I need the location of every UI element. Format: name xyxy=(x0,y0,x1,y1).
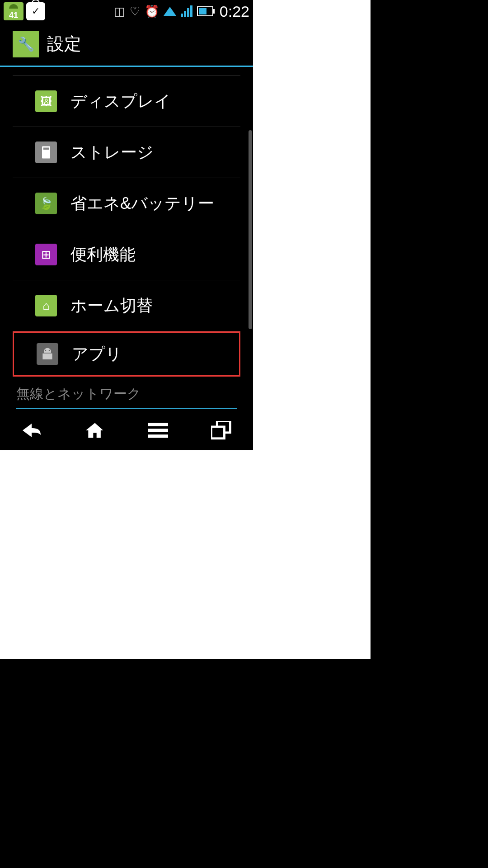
scrollbar[interactable] xyxy=(249,130,252,329)
battery-eco-icon: 🍃 xyxy=(35,193,57,214)
settings-item-display[interactable]: 🖼 ディスプレイ xyxy=(13,76,240,127)
home-button[interactable] xyxy=(81,419,108,442)
svg-rect-6 xyxy=(148,429,168,432)
page-title: 設定 xyxy=(47,33,81,56)
shopping-bag-icon: ✓ xyxy=(26,2,45,20)
menu-button[interactable] xyxy=(145,419,172,442)
svg-point-2 xyxy=(45,350,47,351)
heart-icon: ♡ xyxy=(130,5,140,19)
item-label: ホーム切替 xyxy=(70,295,153,317)
list-item-partial xyxy=(13,67,240,76)
settings-list[interactable]: 🖼 ディスプレイ ストレージ 🍃 省エネ&バッテリー ⊞ 便利機能 ⌂ ホーム切… xyxy=(0,67,253,410)
settings-item-storage[interactable]: ストレージ xyxy=(13,127,240,178)
cellular-signal-icon xyxy=(181,5,192,17)
section-divider xyxy=(16,408,237,409)
item-label: ディスプレイ xyxy=(70,90,171,113)
settings-item-home-switch[interactable]: ⌂ ホーム切替 xyxy=(13,280,240,331)
storage-icon xyxy=(35,142,57,163)
apps-icon xyxy=(37,343,58,365)
item-label: 便利機能 xyxy=(70,244,136,266)
navigation-bar xyxy=(0,410,253,450)
svg-rect-9 xyxy=(211,427,224,439)
section-header-wireless: 無線とネットワーク xyxy=(0,377,253,408)
item-label: ストレージ xyxy=(70,142,154,164)
item-label: 省エネ&バッテリー xyxy=(70,193,214,215)
back-button[interactable] xyxy=(18,419,45,442)
battery-status-icon xyxy=(197,6,213,16)
wifi-signal-icon xyxy=(164,7,176,16)
display-icon: 🖼 xyxy=(35,90,57,112)
item-label: アプリ xyxy=(72,343,122,365)
svg-rect-7 xyxy=(148,434,168,438)
settings-header: 🔧 設定 xyxy=(0,23,253,67)
settings-item-convenience[interactable]: ⊞ 便利機能 xyxy=(13,229,240,280)
android-badge-icon: 41 xyxy=(4,2,23,20)
home-switch-icon: ⌂ xyxy=(35,295,57,316)
svg-rect-5 xyxy=(148,423,168,426)
convenience-icon: ⊞ xyxy=(35,244,57,265)
vr-icon: ◫ xyxy=(114,5,125,19)
svg-rect-1 xyxy=(43,148,49,150)
clock-time: 0:22 xyxy=(220,3,249,20)
recent-apps-button[interactable] xyxy=(208,419,235,442)
status-bar: 41 ✓ ◫ ♡ ⏰ 0:22 xyxy=(0,0,253,23)
settings-item-battery[interactable]: 🍃 省エネ&バッテリー xyxy=(13,178,240,229)
badge-number: 41 xyxy=(9,11,18,20)
settings-item-apps[interactable]: アプリ xyxy=(13,331,240,377)
svg-point-3 xyxy=(49,350,50,351)
wrench-icon: 🔧 xyxy=(13,31,39,57)
alarm-icon: ⏰ xyxy=(145,5,159,19)
